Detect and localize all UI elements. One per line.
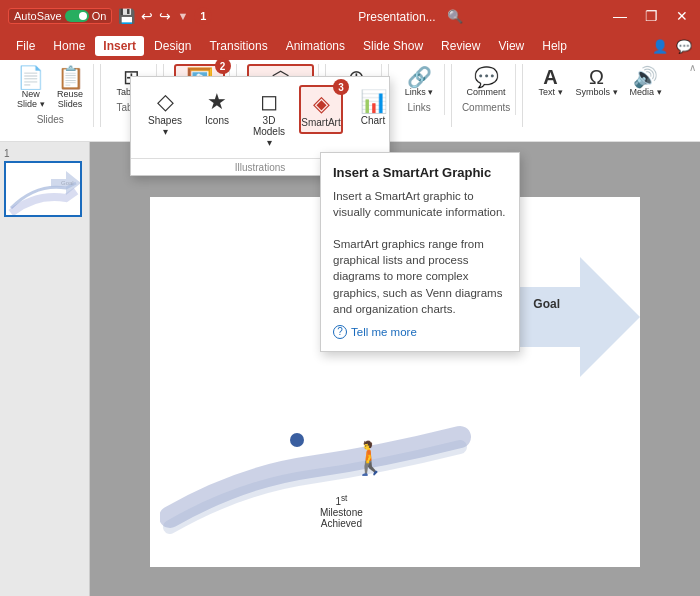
- slide-panel: 1 Goal: [0, 142, 90, 596]
- tooltip-link[interactable]: ? Tell me more: [333, 325, 507, 339]
- illust-items: ◇ Shapes▾ ★ Icons ◻ 3DModels ▾ 3 ◈ Smart…: [131, 77, 389, 156]
- step-1-badge: 1: [194, 7, 212, 25]
- icons-btn[interactable]: ★ Icons: [195, 85, 239, 130]
- collapse-ribbon-btn[interactable]: ∧: [689, 62, 696, 73]
- shapes-btn[interactable]: ◇ Shapes▾: [143, 85, 187, 141]
- autosave-label: AutoSave: [14, 10, 62, 22]
- menu-view[interactable]: View: [490, 36, 532, 56]
- milestone-line2: Milestone: [320, 507, 363, 518]
- divider-1: [100, 64, 101, 127]
- reuse-slides-icon: 📋: [57, 67, 84, 89]
- ribbon-group-text: A Text ▾ Ω Symbols ▾ 🔊 Media ▾: [529, 64, 671, 104]
- icons-label: Icons: [205, 115, 229, 126]
- milestone-line3: Achieved: [320, 518, 363, 529]
- minimize-btn[interactable]: —: [609, 8, 631, 24]
- save-icon[interactable]: 💾: [118, 8, 135, 24]
- autosave-state: On: [92, 10, 107, 22]
- smartart-tooltip: Insert a SmartArt Graphic Insert a Smart…: [320, 152, 520, 352]
- tooltip-link-icon: ?: [333, 325, 347, 339]
- reuse-slides-btn[interactable]: 📋 ReuseSlides: [52, 64, 89, 112]
- slide-milestone-text: 1st Milestone Achieved: [320, 493, 363, 529]
- text-btn[interactable]: A Text ▾: [533, 64, 569, 100]
- new-slide-btn[interactable]: 📄 NewSlide ▾: [12, 64, 50, 112]
- step-2-badge: 2: [215, 58, 231, 74]
- tooltip-link-text: Tell me more: [351, 326, 417, 338]
- tooltip-title: Insert a SmartArt Graphic: [333, 165, 507, 180]
- redo-icon[interactable]: ↪: [159, 8, 171, 24]
- icons-icon: ★: [207, 89, 227, 115]
- menu-home[interactable]: Home: [45, 36, 93, 56]
- slide-thumb-svg: Goal: [6, 163, 82, 217]
- menu-review[interactable]: Review: [433, 36, 488, 56]
- comment-label: Comment: [467, 87, 506, 97]
- links-group-label: Links: [407, 102, 430, 113]
- step-3-badge: 3: [333, 79, 349, 95]
- slide-goal-text: Goal: [533, 297, 560, 311]
- ribbon-group-links: 🔗 Links ▾ Links: [395, 64, 445, 115]
- menu-bar: File Home Insert Design Transitions Anim…: [0, 32, 700, 60]
- comments-group-label: Comments: [462, 102, 510, 113]
- chart-btn[interactable]: 📊 Chart: [351, 85, 395, 130]
- comment-btn[interactable]: 💬 Comment: [462, 64, 511, 100]
- title-bar: AutoSave On 💾 ↩ ↪ ▼ 1 Presentation... 🔍 …: [0, 0, 700, 32]
- new-slide-icon: 📄: [17, 67, 44, 89]
- ribbon-group-items-comments: 💬 Comment: [462, 64, 511, 100]
- new-slide-label: NewSlide ▾: [17, 89, 45, 109]
- 3d-models-icon: ◻: [260, 89, 278, 115]
- media-icon: 🔊: [633, 67, 658, 87]
- milestone-line1: 1st: [320, 493, 363, 507]
- title-bar-center: Presentation... 🔍: [212, 9, 609, 24]
- 3d-models-label: 3DModels ▾: [253, 115, 285, 148]
- tooltip-description: Insert a SmartArt graphic to visually co…: [333, 188, 507, 317]
- smartart-label: SmartArt: [301, 117, 340, 128]
- title-bar-right: — ❐ ✕: [609, 8, 692, 24]
- media-label: Media ▾: [630, 87, 662, 97]
- autosave-badge[interactable]: AutoSave On: [8, 8, 112, 24]
- chart-label: Chart: [361, 115, 385, 126]
- text-label: Text ▾: [539, 87, 563, 97]
- ribbon-group-items-links: 🔗 Links ▾: [400, 64, 439, 100]
- title-bar-left: AutoSave On 💾 ↩ ↪ ▼ 1: [8, 7, 212, 25]
- undo-icon[interactable]: ↩: [141, 8, 153, 24]
- symbols-btn[interactable]: Ω Symbols ▾: [571, 64, 623, 100]
- ribbon-group-items-slides: 📄 NewSlide ▾ 📋 ReuseSlides: [12, 64, 89, 112]
- smartart-btn[interactable]: 3 ◈ SmartArt: [299, 85, 343, 134]
- maximize-btn[interactable]: ❐: [641, 8, 662, 24]
- ribbon-group-items-text: A Text ▾ Ω Symbols ▾ 🔊 Media ▾: [533, 64, 667, 100]
- menu-transitions[interactable]: Transitions: [201, 36, 275, 56]
- links-btn[interactable]: 🔗 Links ▾: [400, 64, 439, 100]
- text-icon: A: [543, 67, 557, 87]
- menu-insert[interactable]: Insert: [95, 36, 144, 56]
- shapes-icon: ◇: [157, 89, 174, 115]
- chart-icon: 📊: [360, 89, 387, 115]
- slide-number: 1: [4, 148, 85, 159]
- 3d-models-btn[interactable]: ◻ 3DModels ▾: [247, 85, 291, 152]
- menu-slideshow[interactable]: Slide Show: [355, 36, 431, 56]
- menu-file[interactable]: File: [8, 36, 43, 56]
- ribbon-group-comments: 💬 Comment Comments: [458, 64, 516, 115]
- media-btn[interactable]: 🔊 Media ▾: [625, 64, 667, 100]
- divider-7: [522, 64, 523, 127]
- presentation-title: Presentation...: [358, 10, 435, 24]
- slide-thumbnail[interactable]: Goal: [4, 161, 82, 217]
- menu-help[interactable]: Help: [534, 36, 575, 56]
- comment-icon: 💬: [474, 67, 499, 87]
- comments-icon[interactable]: 💬: [676, 39, 692, 54]
- slide-dot: [290, 433, 304, 447]
- slide-walker: 🚶: [350, 439, 390, 477]
- slides-group-label: Slides: [37, 114, 64, 125]
- close-btn[interactable]: ✕: [672, 8, 692, 24]
- divider-6: [451, 64, 452, 127]
- shapes-label: Shapes▾: [148, 115, 182, 137]
- menu-design[interactable]: Design: [146, 36, 199, 56]
- svg-marker-1: [51, 171, 81, 195]
- links-label: Links ▾: [405, 87, 434, 97]
- symbols-label: Symbols ▾: [576, 87, 618, 97]
- reuse-slides-label: ReuseSlides: [57, 89, 83, 109]
- symbols-icon: Ω: [589, 67, 604, 87]
- links-icon: 🔗: [407, 67, 432, 87]
- autosave-toggle[interactable]: [65, 10, 89, 22]
- menu-animations[interactable]: Animations: [278, 36, 353, 56]
- ribbon-group-slides: 📄 NewSlide ▾ 📋 ReuseSlides Slides: [8, 64, 94, 127]
- share-icon[interactable]: 👤: [652, 39, 668, 54]
